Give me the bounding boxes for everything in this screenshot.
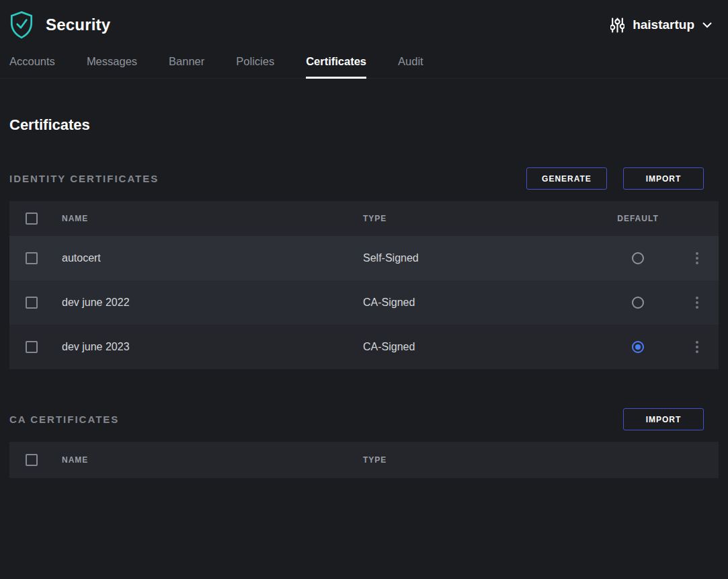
select-all-checkbox[interactable]	[26, 454, 38, 466]
default-radio[interactable]	[632, 297, 644, 309]
certificate-type: CA-Signed	[363, 297, 601, 309]
identity-certificates-table: NAME TYPE DEFAULT autocert Self-Signed d…	[9, 201, 719, 369]
import-ca-button[interactable]: IMPORT	[623, 408, 704, 430]
shield-check-icon	[9, 11, 34, 39]
select-all-checkbox[interactable]	[26, 213, 38, 225]
ca-certificates-section-header: CA CERTIFICATES IMPORT	[9, 408, 719, 430]
tab-bar: Accounts Messages Banner Policies Certif…	[0, 47, 728, 79]
default-radio[interactable]	[632, 252, 644, 264]
ca-certificates-actions: IMPORT	[623, 408, 704, 430]
table-header-row: NAME TYPE	[9, 442, 719, 478]
tab-audit[interactable]: Audit	[398, 55, 423, 79]
app-brand: Security	[9, 11, 110, 39]
chevron-down-icon	[702, 22, 712, 28]
tab-certificates[interactable]: Certificates	[306, 55, 366, 79]
identity-certificates-actions: GENERATE IMPORT	[526, 167, 704, 190]
app-title: Security	[46, 15, 110, 34]
identity-certificates-section-header: IDENTITY CERTIFICATES GENERATE IMPORT	[9, 167, 719, 190]
tab-banner[interactable]: Banner	[169, 55, 204, 79]
column-header-type: TYPE	[363, 214, 601, 223]
row-menu-kebab-icon[interactable]	[690, 338, 704, 356]
certificate-name: autocert	[62, 252, 363, 264]
generate-button[interactable]: GENERATE	[526, 167, 607, 190]
tab-accounts[interactable]: Accounts	[9, 55, 55, 79]
certificate-type: Self-Signed	[363, 252, 601, 264]
row-checkbox[interactable]	[26, 252, 38, 264]
table-row: dev june 2022 CA-Signed	[9, 280, 719, 325]
table-row: dev june 2023 CA-Signed	[9, 325, 719, 369]
ca-certificates-title: CA CERTIFICATES	[9, 414, 119, 425]
import-identity-button[interactable]: IMPORT	[623, 167, 704, 190]
sliders-icon	[610, 17, 624, 33]
row-checkbox[interactable]	[26, 341, 38, 353]
certificate-name: dev june 2023	[62, 341, 363, 353]
app-header: Security haistartup	[0, 0, 728, 47]
column-header-name: NAME	[62, 214, 363, 223]
row-menu-kebab-icon[interactable]	[690, 249, 704, 268]
row-menu-kebab-icon[interactable]	[690, 293, 704, 312]
default-radio[interactable]	[632, 341, 644, 353]
account-menu[interactable]: haistartup	[610, 17, 712, 33]
table-header-row: NAME TYPE DEFAULT	[9, 201, 719, 236]
account-name: haistartup	[633, 17, 694, 32]
page-title: Certificates	[9, 116, 719, 134]
column-header-type: TYPE	[363, 455, 719, 465]
certificate-type: CA-Signed	[363, 341, 601, 353]
tab-messages[interactable]: Messages	[87, 55, 137, 79]
column-header-name: NAME	[62, 455, 363, 465]
certificate-name: dev june 2022	[62, 297, 363, 309]
table-row: autocert Self-Signed	[9, 236, 719, 280]
ca-certificates-table: NAME TYPE	[9, 442, 719, 478]
identity-certificates-title: IDENTITY CERTIFICATES	[9, 173, 159, 184]
row-checkbox[interactable]	[26, 297, 38, 309]
tab-policies[interactable]: Policies	[236, 55, 274, 79]
column-header-default: DEFAULT	[617, 214, 658, 223]
